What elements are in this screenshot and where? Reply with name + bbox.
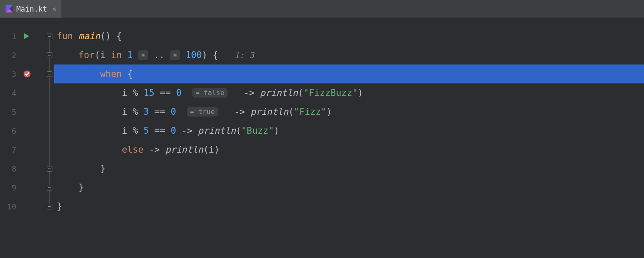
code-editor[interactable]: 1 2 3 4 5 6 7 bbox=[0, 18, 644, 258]
kotlin-file-icon bbox=[5, 5, 13, 13]
code-line: fun main() { bbox=[54, 27, 644, 46]
inline-evaluation: = true bbox=[187, 107, 218, 117]
code-line: for(i in 1 ≤ .. ≤ 100) { i: 3 bbox=[54, 46, 644, 64]
code-line: i % 3 == 0 = true -> println("Fizz") bbox=[54, 102, 644, 121]
line-number[interactable]: 1 bbox=[0, 32, 18, 41]
inline-evaluation: = false bbox=[192, 88, 227, 98]
run-gutter-icon[interactable] bbox=[23, 33, 30, 40]
line-number[interactable]: 8 bbox=[0, 164, 18, 173]
line-number[interactable]: 7 bbox=[0, 145, 18, 154]
line-number[interactable]: 10 bbox=[0, 202, 18, 211]
svg-marker-3 bbox=[24, 33, 29, 39]
line-number[interactable]: 6 bbox=[0, 126, 18, 135]
line-number[interactable]: 5 bbox=[0, 108, 18, 117]
code-line: } bbox=[54, 178, 644, 197]
line-number[interactable]: 4 bbox=[0, 89, 18, 98]
code-line: i % 15 == 0 = false -> println("FizzBuzz… bbox=[54, 83, 644, 102]
breakpoint-hit-icon[interactable] bbox=[23, 70, 31, 78]
svg-point-4 bbox=[24, 71, 30, 77]
tab-filename: Main.kt bbox=[16, 5, 47, 13]
inlay-hint: ≤ bbox=[138, 50, 149, 60]
tab-bar: Main.kt ✕ bbox=[0, 0, 644, 18]
fold-toggle-icon[interactable] bbox=[47, 204, 52, 209]
fold-toggle-icon[interactable] bbox=[47, 166, 52, 172]
code-area[interactable]: fun main() { for(i in 1 ≤ .. ≤ 100) { i:… bbox=[54, 18, 644, 258]
line-number[interactable]: 2 bbox=[0, 51, 18, 60]
close-tab-icon[interactable]: ✕ bbox=[52, 5, 57, 13]
fold-bar bbox=[45, 18, 54, 258]
line-number[interactable]: 3 bbox=[0, 70, 18, 79]
fold-toggle-icon[interactable] bbox=[47, 34, 52, 39]
current-execution-line: when { bbox=[54, 64, 644, 83]
line-number[interactable]: 9 bbox=[0, 183, 18, 192]
code-line: } bbox=[54, 159, 644, 178]
code-line: i % 5 == 0 -> println("Buzz") bbox=[54, 121, 644, 140]
code-line: else -> println(i) bbox=[54, 140, 644, 159]
gutter: 1 2 3 4 5 6 7 bbox=[0, 18, 45, 258]
code-line: } bbox=[54, 197, 644, 216]
inlay-hint: ≤ bbox=[170, 50, 180, 60]
fold-toggle-icon[interactable] bbox=[47, 71, 52, 77]
fold-toggle-icon[interactable] bbox=[47, 185, 52, 190]
fold-toggle-icon[interactable] bbox=[47, 52, 52, 58]
debug-inline-hint: i: 3 bbox=[234, 50, 254, 60]
file-tab[interactable]: Main.kt ✕ bbox=[0, 0, 61, 18]
